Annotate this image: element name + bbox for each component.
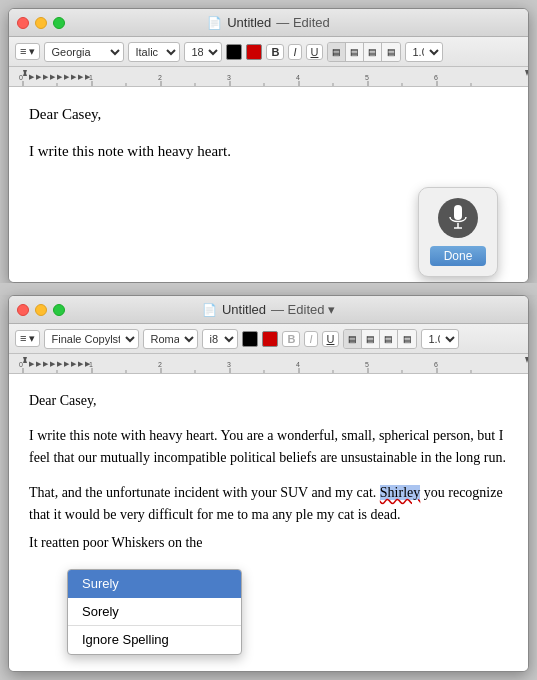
align-center-button-2[interactable]: ▤ [362, 330, 380, 348]
style-group-2: Roman [143, 329, 198, 349]
window-1: 📄 Untitled — Edited ≡ ▾ Georgia Italic 1… [8, 8, 529, 283]
toolbar-2: ≡ ▾ Finale Copylst T... Roman i8 B I U ▤… [9, 324, 528, 354]
body-paragraph-3: It reatten poor Whiskers on the [29, 532, 508, 554]
title-bar-1: 📄 Untitled — Edited [9, 9, 528, 37]
ignore-spelling-item[interactable]: Ignore Spelling [68, 626, 241, 654]
title-area-2: 📄 Untitled — Edited ▾ [202, 302, 335, 317]
title-bar-2: 📄 Untitled — Edited ▾ [9, 296, 528, 324]
voice-overlay: Done [418, 187, 498, 277]
align-center-button[interactable]: ▤ [346, 43, 364, 61]
greeting-line-1: Dear Casey, [29, 103, 508, 126]
svg-text:▶ ▶ ▶ ▶ ▶ ▶ ▶ ▶ ▶: ▶ ▶ ▶ ▶ ▶ ▶ ▶ ▶ ▶ [29, 73, 91, 80]
svg-text:3: 3 [227, 361, 231, 368]
svg-text:6: 6 [434, 74, 438, 81]
window-subtitle-2: — Edited ▾ [271, 302, 335, 317]
window-title-2: Untitled [222, 302, 266, 317]
spell-suggestion-1[interactable]: Surely [68, 570, 241, 598]
size-select-2[interactable]: i8 [202, 329, 238, 349]
svg-text:4: 4 [296, 361, 300, 368]
list-group-2: ≡ ▾ [15, 330, 40, 347]
size-group: 18 [184, 42, 222, 62]
font-group-2: Finale Copylst T... [44, 329, 139, 349]
window-2: 📄 Untitled — Edited ▾ ≡ ▾ Finale Copylst… [8, 295, 529, 672]
body-line-1: I write this note with heavy heart. [29, 140, 508, 163]
bold-button[interactable]: B [266, 44, 284, 60]
misspelled-word: Shirley [380, 485, 420, 500]
svg-text:6: 6 [434, 361, 438, 368]
list-button-2[interactable]: ≡ ▾ [15, 330, 40, 347]
body-cont-1: le my cat is dead. [303, 507, 401, 522]
svg-marker-24 [525, 70, 528, 76]
align-group-2: ▤ ▤ ▤ ▤ [343, 329, 417, 349]
window-subtitle-1: — Edited [276, 15, 329, 30]
toolbar-1: ≡ ▾ Georgia Italic 18 B I U ▤ ▤ ▤ ▤ [9, 37, 528, 67]
svg-text:0: 0 [19, 74, 23, 81]
traffic-lights-1 [17, 17, 65, 29]
italic-button[interactable]: I [288, 44, 301, 60]
svg-text:0: 0 [19, 361, 23, 368]
svg-text:2: 2 [158, 361, 162, 368]
font-select[interactable]: Georgia [44, 42, 124, 62]
style-select[interactable]: Italic [128, 42, 180, 62]
font-highlight-box-2[interactable] [262, 331, 278, 347]
minimize-button-2[interactable] [35, 304, 47, 316]
font-color-box-2[interactable] [242, 331, 258, 347]
body-paragraph-1: I write this note with heavy heart. You … [29, 425, 508, 468]
underline-button-2[interactable]: U [322, 331, 340, 347]
font-color-box[interactable] [226, 44, 242, 60]
align-left-button-2[interactable]: ▤ [344, 330, 362, 348]
align-right-button[interactable]: ▤ [364, 43, 382, 61]
ruler-2: 0 1 2 3 4 5 6 ▶ ▶ ▶ ▶ ▶ ▶ ▶ ▶ ▶ [9, 354, 528, 374]
doc-area-1[interactable]: Dear Casey, I write this note with heavy… [9, 87, 528, 282]
body-cont-2: tten poor Whiskers on the [58, 535, 202, 550]
maximize-button-2[interactable] [53, 304, 65, 316]
body-paragraph-2: That, and the unfortunate incident with … [29, 482, 508, 525]
close-button[interactable] [17, 17, 29, 29]
style-group: Italic [128, 42, 180, 62]
doc-area-2[interactable]: Dear Casey, I write this note with heavy… [9, 374, 528, 671]
svg-text:1: 1 [89, 361, 93, 368]
size-select[interactable]: 18 [184, 42, 222, 62]
mic-icon [438, 198, 478, 238]
align-justify-button[interactable]: ▤ [382, 43, 400, 61]
spell-check-popup: Surely Sorely Ignore Spelling [67, 569, 242, 655]
window-title-1: Untitled [227, 15, 271, 30]
bold-button-2[interactable]: B [282, 331, 300, 347]
size-group-2: i8 [202, 329, 238, 349]
align-justify-button-2[interactable]: ▤ [398, 330, 416, 348]
ruler-1: 0 1 2 3 4 5 6 ▶ ▶ ▶ ▶ ▶ ▶ ▶ ▶ ▶ [9, 67, 528, 87]
spacing-select-2[interactable]: 1.0 [421, 329, 459, 349]
done-button[interactable]: Done [430, 246, 487, 266]
svg-rect-25 [454, 205, 462, 220]
align-left-button[interactable]: ▤ [328, 43, 346, 61]
align-right-button-2[interactable]: ▤ [380, 330, 398, 348]
title-area-1: 📄 Untitled — Edited [207, 15, 330, 30]
svg-text:5: 5 [365, 74, 369, 81]
align-group: ▤ ▤ ▤ ▤ [327, 42, 401, 62]
microphone-svg [448, 205, 468, 231]
doc-icon: 📄 [207, 16, 222, 30]
underline-button[interactable]: U [306, 44, 324, 60]
svg-marker-52 [525, 357, 528, 363]
style-select-2[interactable]: Roman [143, 329, 198, 349]
font-highlight-box[interactable] [246, 44, 262, 60]
traffic-lights-2 [17, 304, 65, 316]
italic-button-2[interactable]: I [304, 331, 317, 347]
minimize-button[interactable] [35, 17, 47, 29]
close-button-2[interactable] [17, 304, 29, 316]
svg-text:5: 5 [365, 361, 369, 368]
doc-icon-2: 📄 [202, 303, 217, 317]
gap-divider [0, 283, 537, 295]
spacing-select[interactable]: 1.0 [405, 42, 443, 62]
svg-text:1: 1 [89, 74, 93, 81]
spell-suggestion-2[interactable]: Sorely [68, 598, 241, 626]
svg-text:4: 4 [296, 74, 300, 81]
font-group: Georgia [44, 42, 124, 62]
svg-text:▶ ▶ ▶ ▶ ▶ ▶ ▶ ▶ ▶: ▶ ▶ ▶ ▶ ▶ ▶ ▶ ▶ ▶ [29, 360, 91, 367]
font-select-2[interactable]: Finale Copylst T... [44, 329, 139, 349]
greeting-line-2: Dear Casey, [29, 390, 508, 411]
svg-text:3: 3 [227, 74, 231, 81]
list-group: ≡ ▾ [15, 43, 40, 60]
list-button[interactable]: ≡ ▾ [15, 43, 40, 60]
maximize-button[interactable] [53, 17, 65, 29]
